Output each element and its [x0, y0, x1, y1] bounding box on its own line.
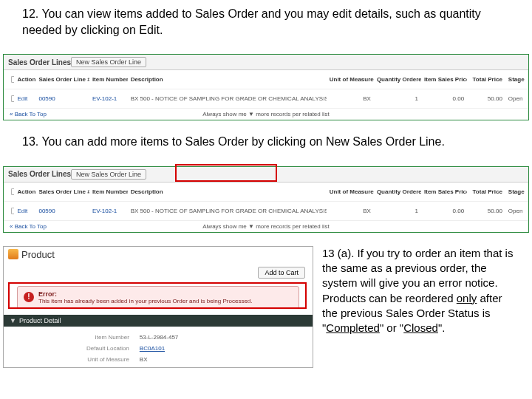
screenshot-3: Product Add to Cart ! Error: This item h…: [3, 246, 313, 368]
col-desc: Description: [128, 70, 327, 89]
table-row: Edit 00590 EV-102-1 BX 500 - NOTICE OF S…: [4, 201, 528, 220]
row-checkbox[interactable]: [11, 208, 15, 214]
sales-order-lines-table: Action Sales Order Line # Item Number De…: [4, 183, 528, 221]
cell-stage: Open: [505, 89, 528, 109]
line-link[interactable]: 00590: [38, 208, 55, 214]
back-to-top-link[interactable]: « Back To Top: [10, 223, 47, 230]
back-to-top-link[interactable]: « Back To Top: [10, 111, 47, 117]
add-to-cart-button[interactable]: Add to Cart: [258, 267, 305, 279]
table-header-row: Action Sales Order Line # Item Number De…: [4, 70, 528, 89]
col-action: Action: [14, 70, 35, 89]
show-more-text[interactable]: Always show me ▼ more records per relate…: [202, 223, 330, 230]
cell-total: 50.00: [467, 89, 505, 109]
step-12-text: 12. You can view items added to Sales Or…: [0, 0, 532, 42]
col-stage: Stage: [505, 70, 528, 89]
step-13a-text: 13 (a). If you try to order an item that…: [322, 246, 529, 368]
col-item: Item Number: [89, 70, 128, 89]
edit-link[interactable]: Edit: [17, 208, 27, 214]
col-total: Total Price: [467, 70, 505, 89]
table-row: Edit 00590 EV-102-1 BX 500 - NOTICE OF S…: [4, 89, 528, 109]
item-link[interactable]: EV-102-1: [92, 95, 117, 102]
edit-link[interactable]: Edit: [17, 95, 27, 102]
error-notice: ! Error: This item has already been adde…: [17, 286, 299, 309]
section-title: Sales Order Lines: [8, 58, 71, 66]
col-price: Item Sales Price: [421, 70, 467, 89]
row-checkbox[interactable]: [11, 95, 15, 102]
col-line: Sales Order Line #: [35, 70, 89, 89]
product-detail-table: Item Number53-L-2984-457 Default Locatio…: [85, 331, 188, 366]
col-uom: Unit of Measure: [327, 70, 374, 89]
table-header-row: Action Sales Order Line # Item Number De…: [4, 183, 528, 202]
show-more-text[interactable]: Always show me ▼ more records per relate…: [202, 111, 330, 117]
section-title: Sales Order Lines: [8, 170, 71, 178]
error-icon: !: [24, 292, 34, 302]
screenshot-2: Sales Order Lines New Sales Order Line A…: [3, 166, 529, 233]
new-sales-order-line-button[interactable]: New Sales Order Line: [71, 169, 146, 180]
error-title: Error:: [38, 290, 253, 298]
cell-qty: 1: [374, 89, 421, 109]
step-13-text: 13. You can add more items to Sales Orde…: [0, 128, 532, 154]
error-message: This item has already been added in your…: [38, 298, 253, 304]
cell-price: 0.00: [421, 89, 467, 109]
item-link[interactable]: EV-102-1: [92, 208, 117, 214]
line-link[interactable]: 00590: [38, 95, 55, 102]
product-title: Product: [21, 249, 55, 260]
sales-order-lines-table: Action Sales Order Line # Item Number De…: [4, 70, 528, 109]
location-link[interactable]: BC0A101: [140, 345, 165, 352]
new-sales-order-line-button[interactable]: New Sales Order Line: [71, 57, 146, 67]
select-all-checkbox[interactable]: [11, 76, 15, 83]
cell-uom: BX: [327, 89, 374, 109]
chevron-down-icon: ▼: [10, 317, 16, 324]
product-icon: [8, 249, 18, 259]
col-qty: Quantity Ordered: [374, 70, 421, 89]
select-all-checkbox[interactable]: [11, 188, 15, 195]
screenshot-1: Sales Order Lines New Sales Order Line A…: [3, 54, 529, 120]
cell-desc: BX 500 - NOTICE OF SAMPLING FOR GRADE OR…: [128, 89, 327, 109]
product-detail-bar[interactable]: ▼Product Detail: [4, 315, 313, 327]
